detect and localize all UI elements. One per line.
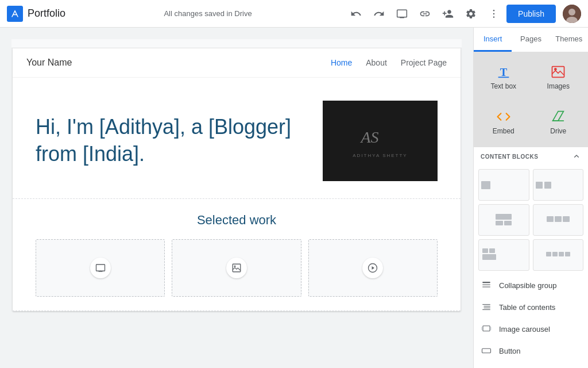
hero-image-inner: AS ADITHYA SHETTY: [353, 124, 407, 158]
list-item-collapsible[interactable]: Collapsible group: [474, 274, 588, 296]
embed-icon: [496, 109, 512, 125]
svg-rect-28: [482, 348, 491, 353]
ruler: [11, 39, 462, 48]
hero-section: Hi, I'm [Adithya], a [Blogger] from [Ind…: [13, 78, 461, 199]
app-logo: [7, 6, 23, 22]
block-thumb-3[interactable]: [478, 204, 529, 236]
svg-point-17: [554, 68, 557, 71]
images-label: Images: [547, 82, 570, 90]
topbar: Portfolio All changes saved in Drive Pub…: [0, 0, 588, 28]
avatar[interactable]: [563, 5, 581, 23]
work-card-icon-1: [90, 258, 111, 278]
list-item-button[interactable]: Button: [474, 340, 588, 362]
button-label: Button: [499, 347, 521, 355]
content-blocks-label: CONTENT BLOCKS: [481, 154, 538, 160]
tab-pages[interactable]: Pages: [512, 28, 550, 52]
svg-rect-26: [482, 327, 483, 330]
hero-image[interactable]: AS ADITHYA SHETTY: [323, 101, 438, 181]
drive-icon: [550, 109, 566, 125]
add-user-button[interactable]: [438, 3, 458, 24]
undo-button[interactable]: [346, 3, 366, 24]
work-card-2[interactable]: [172, 239, 301, 297]
svg-point-3: [493, 13, 495, 14]
svg-rect-25: [483, 326, 490, 331]
toc-icon: [481, 302, 492, 312]
tab-insert[interactable]: Insert: [474, 28, 512, 52]
work-card-3[interactable]: [308, 239, 438, 297]
tab-themes[interactable]: Themes: [550, 28, 588, 52]
images-icon: [550, 64, 566, 80]
textbox-icon: T: [496, 64, 512, 80]
svg-point-4: [493, 16, 495, 18]
hero-heading: Hi, I'm [Adithya], a [Blogger] from [Ind…: [36, 114, 300, 168]
drive-label: Drive: [550, 127, 566, 135]
site-nav-links: Home About Project Page: [331, 58, 447, 67]
nav-link-home[interactable]: Home: [331, 58, 352, 67]
hero-image-subtitle: ADITHYA SHETTY: [353, 153, 407, 158]
svg-text:AS: AS: [360, 128, 379, 146]
right-panel: Insert Pages Themes T Text box: [473, 28, 588, 368]
collapsible-icon: [481, 280, 492, 290]
collapsible-label: Collapsible group: [499, 281, 556, 290]
selected-work-title: Selected work: [36, 213, 438, 228]
save-status: All changes saved in Drive: [75, 9, 341, 18]
svg-rect-9: [96, 264, 105, 271]
svg-rect-10: [233, 264, 241, 272]
work-card-icon-2: [226, 258, 247, 278]
button-icon: [481, 346, 492, 356]
work-grid: [36, 239, 438, 297]
block-thumb-5[interactable]: [478, 239, 529, 271]
insert-images[interactable]: Images: [533, 57, 584, 97]
insert-textbox[interactable]: T Text box: [478, 57, 529, 97]
block-thumb-6[interactable]: [533, 239, 584, 271]
svg-rect-18: [482, 282, 490, 283]
work-card-icon-3: [362, 258, 383, 278]
app-title: Portfolio: [28, 7, 65, 20]
toolbar-actions: Publish: [346, 3, 581, 24]
redo-button[interactable]: [369, 3, 389, 24]
insert-embed[interactable]: Embed: [478, 102, 529, 142]
nav-link-project[interactable]: Project Page: [401, 58, 447, 67]
main-layout: Your Name Home About Project Page Hi, I'…: [0, 28, 588, 368]
svg-point-6: [568, 9, 575, 16]
block-thumb-4[interactable]: [533, 204, 584, 236]
more-button[interactable]: [483, 3, 504, 24]
site-brand: Your Name: [26, 57, 331, 68]
carousel-label: Image carousel: [499, 325, 550, 334]
settings-button[interactable]: [461, 3, 481, 24]
blocks-grid: [474, 166, 588, 274]
content-blocks-header: CONTENT BLOCKS: [474, 147, 588, 166]
svg-rect-1: [397, 10, 407, 17]
hero-text: Hi, I'm [Adithya], a [Blogger] from [Ind…: [36, 114, 300, 168]
insert-grid: T Text box Images: [474, 52, 588, 147]
site-nav: Your Name Home About Project Page: [13, 48, 461, 78]
list-item-carousel[interactable]: Image carousel: [474, 318, 588, 340]
publish-button[interactable]: Publish: [506, 5, 556, 23]
link-button[interactable]: [415, 3, 435, 24]
svg-marker-13: [372, 266, 375, 270]
svg-point-11: [234, 266, 235, 267]
carousel-icon: [481, 324, 492, 334]
work-card-1[interactable]: [36, 239, 165, 297]
svg-text:T: T: [500, 66, 508, 78]
nav-link-about[interactable]: About: [366, 58, 387, 67]
svg-rect-27: [490, 327, 491, 330]
embed-label: Embed: [493, 127, 514, 135]
textbox-label: Text box: [490, 82, 516, 90]
panel-tabs: Insert Pages Themes: [474, 28, 588, 52]
block-thumb-1[interactable]: [478, 169, 529, 201]
list-item-toc[interactable]: Table of contents: [474, 296, 588, 318]
site-page: Your Name Home About Project Page Hi, I'…: [13, 48, 461, 311]
block-thumb-2[interactable]: [533, 169, 584, 201]
panel-list: Collapsible group Table of contents: [474, 274, 588, 362]
selected-work-section: Selected work: [13, 199, 461, 311]
svg-point-2: [493, 9, 495, 11]
collapse-icon[interactable]: [572, 152, 581, 161]
canvas-area: Your Name Home About Project Page Hi, I'…: [0, 28, 473, 368]
preview-button[interactable]: [392, 3, 412, 24]
toc-label: Table of contents: [499, 303, 555, 312]
insert-drive[interactable]: Drive: [533, 102, 584, 142]
